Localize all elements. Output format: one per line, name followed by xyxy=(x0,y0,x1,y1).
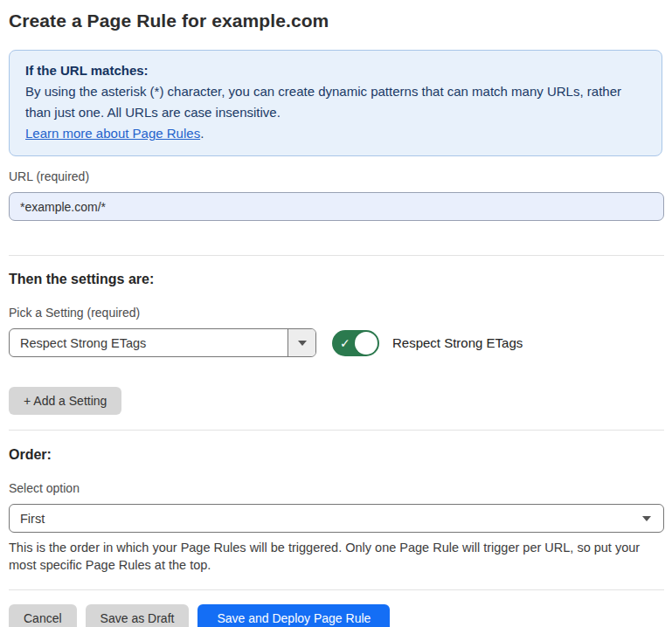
setting-dropdown-arrow-button[interactable] xyxy=(288,329,315,356)
url-field-label: URL (required) xyxy=(9,169,664,183)
order-select-label: Select option xyxy=(9,481,664,495)
divider xyxy=(9,255,664,256)
setting-picker-label: Pick a Setting (required) xyxy=(9,306,664,320)
order-section-heading: Order: xyxy=(9,447,664,463)
chevron-down-icon xyxy=(298,341,307,346)
create-page-rule-form: Create a Page Rule for example.com If th… xyxy=(0,0,672,627)
url-input[interactable] xyxy=(9,192,664,221)
footer-actions: Cancel Save as Draft Save and Deploy Pag… xyxy=(9,604,664,627)
setting-dropdown[interactable]: Respect Strong ETags xyxy=(9,328,316,357)
url-match-info-box: If the URL matches: By using the asteris… xyxy=(9,50,662,156)
toggle-knob xyxy=(355,332,378,355)
respect-strong-etags-toggle[interactable]: ✓ xyxy=(332,330,379,356)
setting-dropdown-value: Respect Strong ETags xyxy=(10,329,288,356)
add-setting-button[interactable]: + Add a Setting xyxy=(9,387,121,415)
cancel-button[interactable]: Cancel xyxy=(9,604,77,627)
order-help-text: This is the order in which your Page Rul… xyxy=(9,539,664,574)
setting-row: Respect Strong ETags ✓ Respect Strong ET… xyxy=(9,328,664,357)
order-select[interactable]: First xyxy=(9,504,664,533)
check-icon: ✓ xyxy=(340,335,350,349)
info-box-body: By using the asterisk (*) character, you… xyxy=(25,81,646,123)
info-box-link-line: Learn more about Page Rules. xyxy=(25,123,646,144)
chevron-down-icon xyxy=(642,516,651,521)
learn-more-link[interactable]: Learn more about Page Rules xyxy=(25,126,200,141)
toggle-label: Respect Strong ETags xyxy=(392,335,523,350)
divider xyxy=(9,589,664,590)
settings-section-heading: Then the settings are: xyxy=(9,272,664,287)
info-box-heading: If the URL matches: xyxy=(25,60,646,81)
order-select-value: First xyxy=(20,512,45,526)
divider xyxy=(9,430,664,431)
link-period: . xyxy=(200,126,204,141)
page-title: Create a Page Rule for example.com xyxy=(9,10,664,31)
save-and-deploy-button[interactable]: Save and Deploy Page Rule xyxy=(197,604,390,627)
save-as-draft-button[interactable]: Save as Draft xyxy=(86,604,190,627)
